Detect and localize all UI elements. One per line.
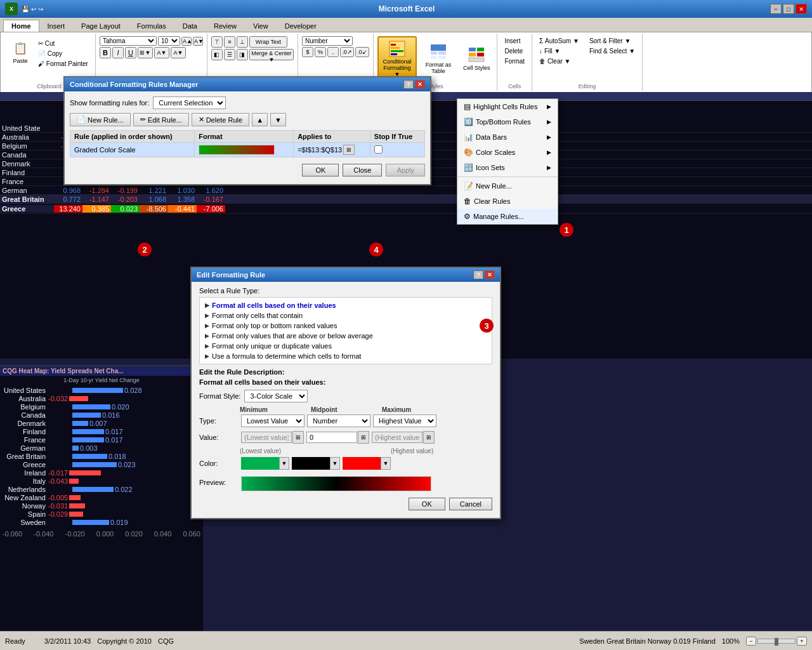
tab-view[interactable]: View [245,20,277,32]
font-family-select[interactable]: Tahoma [100,36,157,46]
rule-type-top-bottom[interactable]: ▶ Format only top or bottom ranked value… [202,321,489,331]
mid-value-input[interactable] [306,432,357,443]
edit-rule-button[interactable]: ✏ Edit Rule... [133,113,189,126]
quick-access-undo[interactable]: ↩ [31,6,36,13]
menu-top-bottom[interactable]: 🔟 Top/Bottom Rules ▶ [457,114,558,129]
currency-button[interactable]: $ [302,47,313,57]
fill-color-button[interactable]: A▼ [154,47,169,58]
conditional-formatting-button[interactable]: ConditionalFormatting ▼ [377,36,417,81]
cfrm-help-button[interactable]: ? [403,80,414,89]
autosum-button[interactable]: Σ AutoSum ▼ [536,36,582,46]
efr-help-button[interactable]: ? [473,270,483,279]
sort-filter-button[interactable]: Sort & Filter ▼ [586,36,638,46]
percent-button[interactable]: % [315,47,326,57]
dec-increase-button[interactable]: .0↗ [340,47,354,57]
fill-button[interactable]: ↓ Fill ▼ [536,46,582,56]
quick-access-redo[interactable]: ↪ [38,6,43,13]
min-color-dropdown-button[interactable]: ▼ [279,457,289,470]
rule-type-only-contain[interactable]: ▶ Format only cells that contain [202,310,489,321]
delete-rule-button[interactable]: ✕ Delete Rule [192,113,249,126]
tab-page-layout[interactable]: Page Layout [73,20,129,32]
minimize-button[interactable]: − [770,4,782,14]
wrap-text-button[interactable]: Wrap Text [249,36,287,48]
border-button[interactable]: ⊞▼ [138,47,153,58]
dec-decrease-button[interactable]: .0↙ [355,47,369,57]
move-down-button[interactable]: ▼ [270,113,286,126]
align-left-button[interactable]: ◧ [211,49,223,60]
efr-cancel-button[interactable]: Cancel [449,498,492,510]
clear-button[interactable]: 🗑 Clear ▼ [536,56,582,66]
tab-formulas[interactable]: Formulas [129,20,174,32]
font-color-button[interactable]: A▼ [171,47,186,58]
bold-button[interactable]: B [100,47,111,58]
min-value-input[interactable] [241,432,292,443]
tab-developer[interactable]: Developer [277,20,325,32]
efr-close-button[interactable]: ✕ [485,270,495,279]
merge-center-button[interactable]: Merge & Center ▼ [249,49,294,60]
font-size-select[interactable]: 10 [158,36,180,46]
menu-color-scales[interactable]: 🎨 Color Scales ▶ [457,145,558,160]
zoom-slider[interactable] [757,639,796,644]
new-rule-button[interactable]: 📄 New Rule... [70,113,131,126]
efr-ok-button[interactable]: OK [409,498,445,510]
quick-access-save[interactable]: 💾 [22,6,29,13]
show-rules-select[interactable]: Current Selection This Worksheet [153,96,226,109]
tab-insert[interactable]: Insert [39,20,74,32]
zoom-out-button[interactable]: − [746,637,756,646]
rule-type-unique-dup[interactable]: ▶ Format only unique or duplicate values [202,341,489,351]
table-row[interactable]: Graded Color Scale =$I$13:$Q$13 ⊞ [70,143,425,157]
cfrm-close-btn[interactable]: Close [343,164,382,176]
mid-value-picker-button[interactable]: ⊞ [358,431,369,444]
cfrm-close-button[interactable]: ✕ [415,80,425,89]
copy-button[interactable]: 📄 Copy [35,49,91,58]
tab-review[interactable]: Review [206,20,245,32]
font-grow-button[interactable]: A▲ [181,37,192,46]
min-value-picker-button[interactable]: ⊞ [292,431,304,444]
number-format-select[interactable]: Number [302,36,353,46]
cfrm-ok-button[interactable]: OK [302,164,339,176]
rule-type-formula[interactable]: ▶ Use a formula to determine which cells… [202,351,489,361]
stop-if-true-checkbox[interactable] [374,145,383,154]
cfrm-apply-button[interactable]: Apply [386,164,425,176]
move-up-button[interactable]: ▲ [252,113,268,126]
menu-manage-rules[interactable]: ⚙ Manage Rules... [457,209,558,224]
format-painter-button[interactable]: 🖌 Format Painter [35,59,91,69]
align-bottom-button[interactable]: ⊥ [237,36,248,48]
format-as-table-button[interactable]: Format as Table [419,40,457,77]
format-style-select[interactable]: 3-Color Scale 2-Color Scale Data Bar Ico… [244,390,308,402]
menu-new-rule[interactable]: 📝 New Rule... [457,178,558,194]
align-top-button[interactable]: ⊤ [211,36,223,48]
mid-color-dropdown-button[interactable]: ▼ [330,457,340,470]
cell-styles-button[interactable]: Cell Styles [460,43,494,74]
max-type-select[interactable]: Highest Value Number Percent Formula Per… [373,415,436,427]
italic-button[interactable]: I [112,47,124,58]
underline-button[interactable]: U [125,47,136,58]
mid-type-select[interactable]: Number Percent Formula Percentile [307,415,370,427]
cut-button[interactable]: ✂ Cut [35,39,91,48]
rule-type-above-below[interactable]: ▶ Format only values that are above or b… [202,331,489,341]
format-button[interactable]: Format [501,56,528,66]
rule-type-all-cells[interactable]: ▶ Format all cells based on their values [202,300,489,310]
maximize-button[interactable]: □ [783,4,794,14]
tab-home[interactable]: Home [3,20,39,32]
menu-icon-sets[interactable]: 🔣 Icon Sets ▶ [457,160,558,175]
font-shrink-button[interactable]: A▼ [193,37,203,46]
align-right-button[interactable]: ◨ [237,49,248,60]
max-color-dropdown-button[interactable]: ▼ [381,457,391,470]
find-select-button[interactable]: Find & Select ▼ [586,46,638,56]
align-middle-button[interactable]: ≡ [224,36,235,48]
range-select-button[interactable]: ⊞ [343,145,355,155]
paste-button[interactable]: 📋 Paste [7,36,34,67]
menu-highlight-cells[interactable]: ▤ Highlight Cells Rules ▶ [457,99,558,114]
close-button[interactable]: ✕ [796,4,807,14]
min-type-select[interactable]: Lowest Value Number Percent Formula Perc… [241,415,304,427]
menu-data-bars[interactable]: 📊 Data Bars ▶ [457,129,558,145]
delete-button[interactable]: Delete [501,46,528,56]
insert-button[interactable]: Insert [501,36,528,46]
tab-data[interactable]: Data [174,20,206,32]
menu-clear-rules[interactable]: 🗑 Clear Rules [457,194,558,209]
zoom-in-button[interactable]: + [797,637,807,646]
thousands-button[interactable]: , [327,47,339,57]
max-value-input[interactable] [372,432,422,443]
max-value-picker-button[interactable]: ⊞ [423,431,435,444]
